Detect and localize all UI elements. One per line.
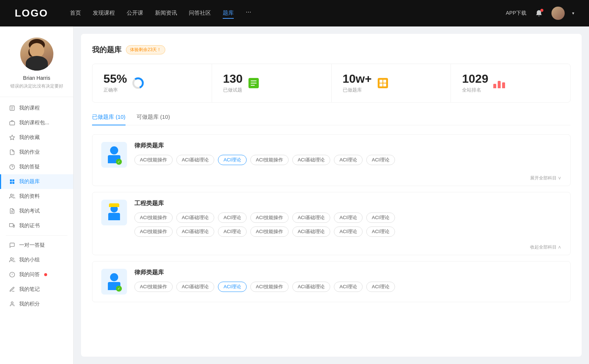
sidebar-menu: 我的课程 我的课程包... 我的收藏 我的作业 [0,97,73,315]
sidebar-item-coursepack-label: 我的课程包... [19,119,49,126]
nav-link-qa[interactable]: 问答社区 [189,8,211,19]
sidebar-item-favorites[interactable]: 我的收藏 [0,130,73,145]
tag-item[interactable]: ACI基础理论 [176,282,215,292]
tag-item[interactable]: ACI技能操作 [250,155,289,165]
tag-item[interactable]: ACI理论 [218,213,247,223]
tag-item[interactable]: ACI理论 [366,282,395,292]
tag-item[interactable]: ACI理论 [218,226,247,237]
lawyer-2-title: 律师类题库 [134,269,561,276]
svg-point-2 [29,39,45,51]
main-layout: Brian Harris 错误的决定比没有决定要好 我的课程 我的课程包... [0,26,589,364]
lawyer-badge-icon: ✓ [116,159,122,165]
lawyer-1-title: 律师类题库 [134,142,561,150]
sidebar-item-questionbank-label: 我的题库 [19,178,40,185]
tab-done-banks[interactable]: 已做题库 (10) [92,114,126,125]
nav-link-opencourse[interactable]: 公开课 [127,8,143,19]
user-avatar[interactable] [551,7,565,20]
tag-item[interactable]: ACI技能操作 [134,155,173,165]
expand-button-1[interactable]: 展开全部科目 ∨ [92,175,570,186]
tag-item[interactable]: ACI基础理论 [292,213,331,223]
sidebar-profile: Brian Harris 错误的决定比没有决定要好 [0,26,73,97]
svg-marker-9 [10,135,14,140]
lawyer-figure-1: ✓ [108,146,120,163]
tag-item-selected[interactable]: ACI理论 [218,155,247,165]
page-title: 我的题库 [92,45,121,55]
tag-item[interactable]: ACI基础理论 [176,155,215,165]
tag-item[interactable]: ACI基础理论 [176,213,215,223]
nav-link-news[interactable]: 新闻资讯 [155,8,177,19]
sidebar-item-points-label: 我的积分 [19,301,40,307]
tag-item[interactable]: ACI理论 [366,155,395,165]
nav-more-icon[interactable]: ··· [246,8,251,19]
sidebar-item-points[interactable]: 我的积分 [0,297,73,311]
sidebar-item-homework[interactable]: 我的作业 [0,145,73,160]
banks-label: 已做题库 [343,87,372,93]
sidebar-item-notes-label: 我的笔记 [19,286,40,293]
tag-item[interactable]: ACI理论 [334,213,363,223]
tab-available-banks[interactable]: 可做题库 (10) [137,114,170,125]
svg-point-21 [10,258,12,260]
lawyer-1-content: 律师类题库 ACI技能操作 ACI基础理论 ACI理论 ACI技能操作 ACI基… [134,142,561,165]
user-menu-chevron-icon[interactable]: ▾ [572,11,574,16]
tag-item[interactable]: ACI基础理论 [292,155,331,165]
sidebar-item-notes[interactable]: 我的笔记 [0,282,73,297]
notification-bell-button[interactable] [534,8,544,18]
donut-chart-icon [131,76,145,90]
tag-item[interactable]: ACI基础理论 [292,282,331,292]
sidebar-item-questions[interactable]: 我的问答 [0,267,73,282]
sidebar-item-group-label: 我的小组 [19,257,40,263]
tag-item[interactable]: ACI技能操作 [250,226,289,237]
avatar-illustration [20,38,53,71]
svg-point-0 [29,43,44,58]
sidebar-item-one-on-one[interactable]: 一对一答疑 [0,238,73,253]
bank-section-lawyer-1-header: ✓ 律师类题库 ACI技能操作 ACI基础理论 ACI理论 ACI技能操作 AC… [92,135,570,175]
tag-item-selected[interactable]: ACI理论 [218,282,247,292]
table-icon [378,78,388,88]
svg-point-28 [135,80,141,86]
tag-item[interactable]: ACI理论 [366,226,395,237]
tag-item[interactable]: ACI理论 [366,213,395,223]
questions-icon [9,271,15,278]
app-download-button[interactable]: APP下载 [506,10,526,17]
sidebar-item-group[interactable]: 我的小组 [0,253,73,267]
tag-item[interactable]: ACI技能操作 [134,282,173,292]
sidebar-item-questionbank[interactable]: 我的题库 [0,174,73,189]
exams-icon [9,208,15,214]
lawyer-2-badge-icon: ✓ [116,286,122,292]
sidebar-item-oneononelabel: 一对一答疑 [19,242,45,249]
collapse-button-engineer[interactable]: 收起全部科目 ∧ [92,244,570,255]
tag-item[interactable]: ACI基础理论 [176,226,215,237]
page-header: 我的题库 体验剩余23天！ [92,45,571,55]
bank-section-lawyer-2-header: ✓ 律师类题库 ACI技能操作 ACI基础理论 ACI理论 ACI技能操作 AC… [92,261,570,302]
sidebar-item-course-pack[interactable]: 我的课程包... [0,115,73,130]
avatar-image [551,7,565,20]
tag-item[interactable]: ACI技能操作 [250,282,289,292]
sidebar-item-exams[interactable]: 我的考试 [0,204,73,218]
nav-link-discover[interactable]: 发现课程 [93,8,115,19]
lawyer-1-icon-wrap: ✓ [101,142,127,168]
tag-item[interactable]: ACI技能操作 [134,213,173,223]
stat-site-rank: 1029 全站排名 [451,64,570,102]
tag-item[interactable]: ACI理论 [334,282,363,292]
list-icon [248,78,259,88]
sidebar-item-certificate[interactable]: 我的证书 [0,218,73,233]
rank-number: 1029 [462,73,488,85]
tag-item[interactable]: ACI基础理论 [292,226,331,237]
stat-correctness: 55% 正确率 [92,64,212,102]
sidebar-item-favorites-label: 我的收藏 [19,134,40,141]
stat-banks-done: 10w+ 已做题库 [332,64,451,102]
sidebar-item-my-qa[interactable]: 我的答疑 [0,160,73,174]
sidebar-item-materials[interactable]: 我的资料 [0,189,73,204]
questions-icon [247,76,260,90]
nav-link-home[interactable]: 首页 [70,8,81,19]
tag-item[interactable]: ACI理论 [334,155,363,165]
svg-point-25 [11,302,13,304]
sidebar-item-my-courses[interactable]: 我的课程 [0,101,73,115]
stat-questions-done: 130 已做试题 [212,64,332,102]
tag-item[interactable]: ACI技能操作 [134,226,173,237]
tag-item[interactable]: ACI技能操作 [250,213,289,223]
tag-item[interactable]: ACI理论 [334,226,363,237]
nav-link-questionbank[interactable]: 题库 [223,8,234,19]
courses-icon [9,105,15,111]
notification-dot [540,9,543,12]
